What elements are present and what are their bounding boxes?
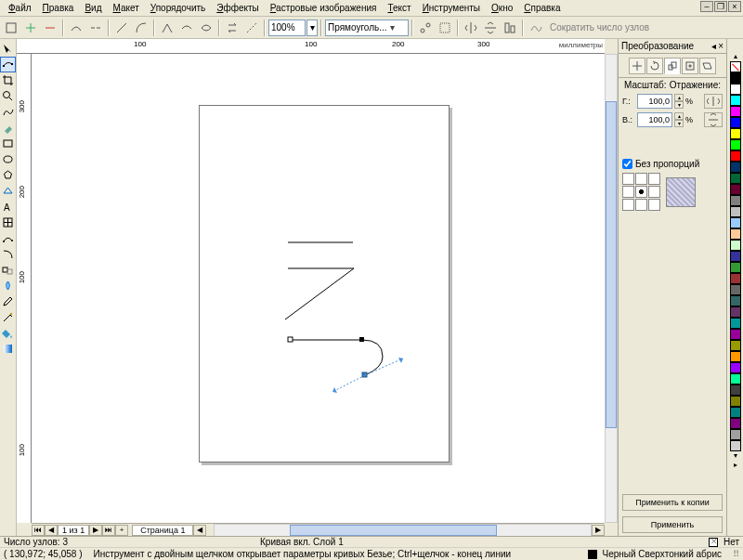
color-swatch[interactable] <box>730 95 741 106</box>
break-icon[interactable] <box>86 19 105 37</box>
page-tab-1[interactable]: Страница 1 <box>132 525 193 536</box>
color-swatch[interactable] <box>730 340 741 351</box>
menu-window[interactable]: Окно <box>487 1 517 15</box>
position-tab[interactable] <box>629 58 645 74</box>
basic-shapes-tool[interactable] <box>0 183 16 199</box>
menu-edit[interactable]: Правка <box>38 1 79 15</box>
pick-tool[interactable] <box>0 41 16 57</box>
palette-menu-icon[interactable]: ▸ <box>734 461 737 470</box>
dimension-tool[interactable] <box>0 230 16 246</box>
anchor-grid[interactable] <box>622 173 660 211</box>
elastic-icon[interactable] <box>416 19 435 37</box>
color-swatch[interactable] <box>730 429 741 440</box>
color-swatch[interactable] <box>730 173 741 184</box>
next-page-button[interactable]: ▶ <box>89 525 102 536</box>
color-swatch[interactable] <box>730 139 741 150</box>
shape-tool[interactable] <box>0 57 16 72</box>
menu-effects[interactable]: Эффекты <box>212 1 263 15</box>
reflect-v-icon[interactable] <box>481 19 500 37</box>
connector-tool[interactable] <box>0 246 16 262</box>
h-scale-spinner[interactable]: ▴▾ <box>674 94 684 109</box>
horizontal-scrollbar[interactable] <box>214 524 592 537</box>
canvas[interactable] <box>32 54 605 523</box>
docker-close-icon[interactable]: × <box>718 41 723 51</box>
blend-tool[interactable] <box>0 262 16 278</box>
reduce-icon[interactable] <box>527 19 545 37</box>
rotate-tab[interactable] <box>646 58 663 74</box>
menu-tools[interactable]: Инструменты <box>418 1 485 15</box>
color-swatch[interactable] <box>730 106 741 117</box>
apply-button[interactable]: Применить <box>622 516 723 533</box>
last-page-button[interactable]: ⏭ <box>102 525 115 536</box>
scale-tab[interactable] <box>664 58 681 74</box>
ellipse-tool[interactable] <box>0 151 16 167</box>
menu-help[interactable]: Справка <box>519 1 565 15</box>
zoom-dropdown[interactable]: ▾ <box>306 20 318 36</box>
color-swatch[interactable] <box>730 150 741 162</box>
close-button[interactable]: × <box>728 1 741 12</box>
menu-layout[interactable]: Макет <box>108 1 143 15</box>
add-page-button[interactable]: + <box>115 525 128 536</box>
interactive-fill-tool[interactable] <box>0 341 16 357</box>
transparency-tool[interactable] <box>0 278 16 293</box>
color-swatch[interactable] <box>730 295 741 306</box>
menu-view[interactable]: Вид <box>80 1 106 15</box>
scroll-left-button[interactable]: ◀ <box>193 525 206 536</box>
color-swatch[interactable] <box>730 84 741 95</box>
color-swatch[interactable] <box>730 362 741 373</box>
first-page-button[interactable]: ⏮ <box>32 525 45 536</box>
outline-tool[interactable] <box>0 309 16 325</box>
color-swatch[interactable] <box>730 329 741 340</box>
menu-bitmaps[interactable]: Растровые изображения <box>266 1 382 15</box>
fill-tool[interactable] <box>0 325 16 341</box>
crop-tool[interactable] <box>0 72 16 88</box>
zoom-input[interactable] <box>268 20 306 36</box>
drawing[interactable] <box>200 106 450 463</box>
prev-page-button[interactable]: ◀ <box>45 525 58 536</box>
color-swatch[interactable] <box>730 396 741 407</box>
line-icon[interactable] <box>112 19 131 37</box>
curve-icon[interactable] <box>132 19 150 37</box>
docker-collapse-icon[interactable]: ◂ <box>711 41 716 51</box>
v-scale-input[interactable] <box>637 112 672 127</box>
size-tab[interactable] <box>682 58 698 74</box>
color-swatch[interactable] <box>730 184 741 195</box>
menu-arrange[interactable]: Упорядочить <box>146 1 211 15</box>
node-del-icon[interactable] <box>41 19 59 37</box>
color-swatch[interactable] <box>730 284 741 295</box>
scroll-right-button[interactable]: ▶ <box>592 525 605 536</box>
node-rect-icon[interactable] <box>2 19 20 37</box>
resize-grip-icon[interactable]: ⠿ <box>733 549 739 559</box>
palette-up-icon[interactable]: ▴ <box>734 52 737 61</box>
zoom-tool[interactable] <box>0 88 16 104</box>
select-all-icon[interactable] <box>436 19 454 37</box>
mirror-v-button[interactable] <box>704 112 723 127</box>
color-swatch[interactable] <box>730 373 741 384</box>
polygon-tool[interactable] <box>0 167 16 183</box>
menu-text[interactable]: Текст <box>383 1 415 15</box>
color-swatch[interactable] <box>730 72 741 84</box>
color-swatch[interactable] <box>730 251 741 262</box>
color-swatch[interactable] <box>730 273 741 284</box>
skew-tab[interactable] <box>699 58 716 74</box>
color-swatch[interactable] <box>730 262 741 273</box>
color-swatch[interactable] <box>730 117 741 128</box>
mirror-h-button[interactable] <box>704 94 723 109</box>
align-icon[interactable] <box>501 19 519 37</box>
minimize-button[interactable]: – <box>700 1 713 12</box>
nonproportional-checkbox[interactable] <box>622 159 632 169</box>
fill-swatch-icon[interactable] <box>709 538 718 547</box>
reverse-icon[interactable] <box>223 19 241 37</box>
h-scale-input[interactable] <box>637 94 672 109</box>
color-swatch[interactable] <box>730 440 741 451</box>
color-swatch[interactable] <box>730 240 741 251</box>
vertical-scrollbar[interactable] <box>605 54 618 523</box>
color-swatch[interactable] <box>730 384 741 396</box>
color-swatch[interactable] <box>730 162 741 173</box>
join-icon[interactable] <box>67 19 85 37</box>
color-swatch[interactable] <box>730 318 741 329</box>
menu-file[interactable]: ФФайлайл <box>4 1 36 15</box>
color-swatch[interactable] <box>730 418 741 429</box>
restore-button[interactable]: ❐ <box>714 1 727 12</box>
eyedropper-tool[interactable] <box>0 293 16 309</box>
